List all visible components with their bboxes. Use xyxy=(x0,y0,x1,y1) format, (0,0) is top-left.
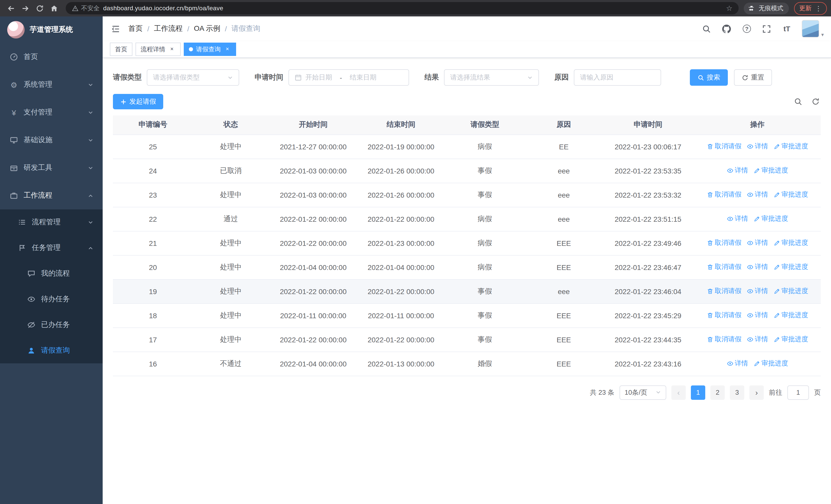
detail-action-link[interactable]: 详情 xyxy=(747,311,768,320)
progress-action-link[interactable]: 审批进度 xyxy=(753,166,788,175)
cell-applied: 2022-01-23 00:06:17 xyxy=(602,135,694,158)
detail-action-link[interactable]: 详情 xyxy=(747,335,768,344)
cell-id: 17 xyxy=(113,327,193,352)
result-label: 结果 xyxy=(425,73,439,82)
breadcrumb-item[interactable]: OA 示例 xyxy=(194,24,221,33)
page-button-1[interactable]: 1 xyxy=(691,385,705,399)
progress-action-link[interactable]: 审批进度 xyxy=(773,335,808,344)
table-row: 21处理中2022-01-22 00:00:002022-01-23 00:00… xyxy=(113,231,821,255)
detail-action-link[interactable]: 详情 xyxy=(747,142,768,151)
cancel-action-link[interactable]: 取消请假 xyxy=(707,263,741,272)
app-logo[interactable]: 芋道管理系统 xyxy=(0,17,103,43)
create-leave-button[interactable]: 发起请假 xyxy=(113,94,163,109)
goto-page-input[interactable] xyxy=(787,385,809,399)
tab-leave-query[interactable]: 请假查询 × xyxy=(184,42,236,56)
tab-label: 流程详情 xyxy=(141,45,165,54)
browser-update-button[interactable]: 更新 ⋮ xyxy=(794,2,827,14)
back-icon[interactable] xyxy=(4,2,18,14)
detail-action-link[interactable]: 详情 xyxy=(747,263,768,272)
sidebar-item-home[interactable]: 首页 xyxy=(0,43,103,71)
sidebar-item-infrastructure[interactable]: 基础设施 xyxy=(0,126,103,154)
detail-action-link[interactable]: 详情 xyxy=(747,190,768,199)
next-page-button[interactable]: › xyxy=(749,385,764,399)
detail-action-link[interactable]: 详情 xyxy=(747,238,768,248)
cell-reason: EEE xyxy=(525,303,602,327)
bookmark-star-icon[interactable]: ☆ xyxy=(726,4,733,12)
reset-button[interactable]: 重置 xyxy=(734,69,772,86)
tab-home[interactable]: 首页 xyxy=(110,42,133,56)
sidebar-item-workflow[interactable]: 工作流程 xyxy=(0,182,103,209)
sidebar-item-leave-query[interactable]: 请假查询 xyxy=(0,338,103,363)
cancel-action-link[interactable]: 取消请假 xyxy=(707,142,741,151)
reload-icon[interactable] xyxy=(33,2,46,14)
page-button-2[interactable]: 2 xyxy=(710,385,725,399)
detail-action-link[interactable]: 详情 xyxy=(747,287,768,296)
sidebar-item-system[interactable]: ⚙ 系统管理 xyxy=(0,71,103,98)
leave-type-select[interactable]: 请选择请假类型 xyxy=(147,69,239,86)
sidebar-item-task-mgmt[interactable]: 任务管理 xyxy=(0,235,103,261)
url-bar[interactable]: 不安全 dashboard.yudao.iocoder.cn/bpm/oa/le… xyxy=(66,2,739,14)
progress-action-link[interactable]: 审批进度 xyxy=(773,190,808,199)
progress-action-link[interactable]: 审批进度 xyxy=(753,359,788,368)
trash-icon xyxy=(707,240,713,246)
collapse-sidebar-icon[interactable] xyxy=(110,23,121,34)
progress-action-link[interactable]: 审批进度 xyxy=(773,263,808,272)
sidebar-item-devtools[interactable]: 研发工具 xyxy=(0,154,103,182)
help-icon[interactable]: ? xyxy=(742,24,752,34)
sidebar-item-todo-tasks[interactable]: 待办任务 xyxy=(0,287,103,312)
column-header-end: 结束时间 xyxy=(358,116,444,135)
cancel-action-label: 取消请假 xyxy=(715,142,741,151)
user-menu[interactable]: ▾ xyxy=(802,20,824,37)
prev-page-button[interactable]: ‹ xyxy=(671,385,686,399)
font-size-icon[interactable]: tT xyxy=(782,24,792,34)
progress-action-link[interactable]: 审批进度 xyxy=(773,238,808,248)
fullscreen-icon[interactable] xyxy=(762,24,772,34)
leave-table: 申请编号 状态 开始时间 结束时间 请假类型 原因 申请时间 操作 25处理中2… xyxy=(113,116,821,376)
header-actions: ? tT ▾ xyxy=(701,20,824,37)
close-icon[interactable]: × xyxy=(224,46,231,53)
eye-icon xyxy=(747,288,753,295)
progress-action-link[interactable]: 审批进度 xyxy=(753,214,788,224)
progress-action-link[interactable]: 审批进度 xyxy=(773,142,808,151)
cell-start: 2022-01-22 00:00:00 xyxy=(269,207,358,231)
result-select[interactable]: 请选择流结果 xyxy=(444,69,539,86)
detail-action-link[interactable]: 详情 xyxy=(726,359,748,368)
sidebar-item-label: 待办任务 xyxy=(41,295,70,304)
cancel-action-link[interactable]: 取消请假 xyxy=(707,190,741,199)
browser-menu-icon[interactable]: ⋮ xyxy=(815,5,822,11)
sidebar-item-process-mgmt[interactable]: 流程管理 xyxy=(0,209,103,235)
github-icon[interactable] xyxy=(722,24,732,34)
sidebar-item-my-process[interactable]: 我的流程 xyxy=(0,261,103,287)
breadcrumb-item[interactable]: 首页 xyxy=(128,24,143,33)
home-nav-icon[interactable] xyxy=(47,2,61,14)
leave-type-label: 请假类型 xyxy=(113,73,142,82)
search-button[interactable]: 搜索 xyxy=(690,69,728,86)
reason-input[interactable]: 请输入原因 xyxy=(574,69,661,86)
cell-start: 2022-01-22 00:00:00 xyxy=(269,279,358,303)
apply-time-range-picker[interactable]: 开始日期 - 结束日期 xyxy=(288,69,409,86)
forward-icon[interactable] xyxy=(19,2,32,14)
detail-action-link[interactable]: 详情 xyxy=(726,214,748,224)
cancel-action-link[interactable]: 取消请假 xyxy=(707,238,741,248)
breadcrumb-item[interactable]: 工作流程 xyxy=(154,24,183,33)
close-icon[interactable]: × xyxy=(168,46,175,53)
cancel-action-link[interactable]: 取消请假 xyxy=(707,311,741,320)
detail-action-link[interactable]: 详情 xyxy=(726,166,748,175)
page-button-3[interactable]: 3 xyxy=(730,385,744,399)
cell-reason: EEE xyxy=(525,231,602,255)
security-warning[interactable]: 不安全 xyxy=(72,4,99,12)
tab-process-detail[interactable]: 流程详情 × xyxy=(136,42,181,56)
incognito-badge: 无痕模式 xyxy=(744,2,789,14)
refresh-icon[interactable] xyxy=(810,96,821,107)
cell-end: 2022-01-22 00:00:00 xyxy=(358,327,444,352)
page-size-select[interactable]: 10条/页 xyxy=(620,385,666,399)
search-toggle-icon[interactable] xyxy=(793,96,803,107)
cancel-action-link[interactable]: 取消请假 xyxy=(707,287,741,296)
search-icon[interactable] xyxy=(701,24,712,34)
goto-label: 前往 xyxy=(769,388,782,397)
sidebar-item-payment[interactable]: ¥ 支付管理 xyxy=(0,98,103,126)
progress-action-link[interactable]: 审批进度 xyxy=(773,287,808,296)
progress-action-link[interactable]: 审批进度 xyxy=(773,311,808,320)
sidebar-item-done-tasks[interactable]: 已办任务 xyxy=(0,312,103,338)
cancel-action-link[interactable]: 取消请假 xyxy=(707,335,741,344)
